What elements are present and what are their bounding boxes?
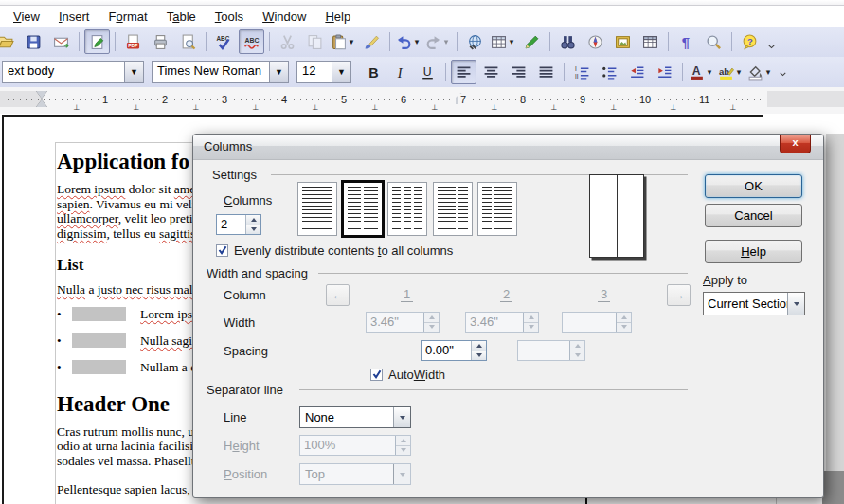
apply-to-dropdown[interactable]: Current Section	[703, 292, 805, 315]
chevron-down-icon[interactable]: ▾	[705, 67, 714, 77]
undo-button[interactable]: ▾	[395, 29, 422, 54]
cancel-button[interactable]: Cancel	[705, 204, 802, 227]
chevron-down-icon[interactable]	[393, 407, 410, 427]
autospellcheck-button[interactable]: ABC	[239, 29, 264, 54]
bullet-list-button[interactable]	[597, 60, 622, 84]
next-column-button[interactable]: →	[667, 284, 691, 306]
preset-one-column[interactable]	[297, 182, 337, 236]
toolbar-overflow-icon	[766, 41, 777, 51]
chevron-down-icon[interactable]: ▾	[734, 67, 744, 77]
font-name-combo[interactable]: Times New Roman ▼	[152, 61, 289, 83]
mail-button[interactable]	[48, 29, 74, 54]
edit-file-button[interactable]	[84, 29, 110, 54]
dialog-titlebar[interactable]: Columns x	[193, 135, 823, 160]
open-button[interactable]	[0, 29, 19, 54]
gallery-icon	[615, 34, 631, 50]
chevron-down-icon[interactable]: ▾	[347, 37, 356, 46]
bold-button[interactable]: B	[360, 60, 386, 84]
bg-color-button[interactable]: ▾	[746, 60, 774, 84]
chevron-down-icon[interactable]: ▾	[763, 67, 773, 77]
numbered-list-button[interactable]: III	[569, 60, 595, 84]
chevron-down-icon[interactable]: ▾	[507, 37, 516, 46]
format-paintbrush-button[interactable]	[359, 29, 385, 54]
decrease-indent-button[interactable]	[624, 60, 650, 84]
page-preview-button[interactable]	[175, 29, 201, 54]
apply-to-value[interactable]: Current Section	[704, 293, 787, 315]
print-button[interactable]	[148, 29, 173, 54]
align-center-button[interactable]	[478, 60, 504, 84]
horizontal-ruler[interactable]: 1234567891011⊥⊥⊥⊥⊥⊥⊥⊥⊥⊥⊥⊥	[0, 87, 844, 115]
spacing-1-value[interactable]: 0.00"	[422, 341, 471, 360]
line-style-value[interactable]: None	[300, 407, 393, 427]
spellcheck-button[interactable]: ABC	[211, 29, 237, 54]
chevron-down-icon[interactable]	[787, 293, 804, 315]
preset-right-weighted[interactable]	[477, 182, 517, 236]
font-size-combo[interactable]: 12 ▼	[296, 61, 351, 83]
underline-button[interactable]: U	[415, 60, 440, 84]
table-button[interactable]: ▾	[490, 29, 517, 54]
svg-text:II: II	[575, 72, 579, 79]
line-style-dropdown[interactable]: None	[299, 406, 411, 428]
columns-count-value[interactable]: 2	[217, 215, 245, 234]
help-button[interactable]: Help	[705, 240, 802, 263]
align-right-button[interactable]	[506, 60, 531, 84]
increase-indent-button[interactable]	[652, 60, 677, 84]
distribute-checkbox[interactable]	[216, 244, 228, 257]
chevron-down-icon[interactable]: ▼	[269, 62, 288, 82]
menu-view[interactable]: View	[4, 8, 49, 26]
chevron-down-icon[interactable]: ▼	[332, 62, 350, 82]
align-justify-button[interactable]	[533, 60, 559, 84]
menu-insert[interactable]: Insert	[49, 8, 99, 26]
paragraph-style-combo[interactable]: ext body ▼	[2, 61, 144, 83]
hyperlink-button[interactable]	[462, 29, 488, 54]
formatting-marks-button[interactable]: ¶	[673, 29, 699, 54]
font-size-value[interactable]: 12	[297, 62, 332, 82]
paste-button[interactable]: ▾	[330, 29, 357, 54]
menu-tools[interactable]: Tools	[206, 8, 253, 26]
zoom-button[interactable]	[701, 29, 727, 54]
spacing-1-spinner[interactable]: 0.00"	[421, 340, 487, 361]
spin-down-icon[interactable]	[472, 351, 486, 361]
columns-count-spinner[interactable]: 2	[216, 214, 261, 235]
find-replace-button[interactable]	[555, 29, 581, 54]
draw-functions-button[interactable]	[519, 29, 545, 54]
previous-column-button[interactable]: ←	[326, 284, 350, 306]
menu-help[interactable]: Help	[315, 8, 360, 26]
ruler-number-5: 5	[338, 94, 350, 105]
menu-format[interactable]: Format	[99, 8, 156, 26]
autowidth-checkbox[interactable]	[370, 369, 383, 381]
font-name-value[interactable]: Times New Roman	[153, 62, 269, 82]
highlight-button[interactable]: ab▾	[717, 60, 745, 84]
help-button[interactable]: ?	[737, 29, 763, 54]
autowidth-checkbox-label[interactable]: AutoWidth	[388, 368, 445, 382]
navigator-button[interactable]	[583, 29, 608, 54]
menu-table[interactable]: Table	[157, 8, 206, 26]
spin-up-icon[interactable]	[472, 341, 486, 351]
toolbar-overflow-button[interactable]	[764, 36, 779, 55]
toolbar-overflow-button[interactable]	[776, 63, 790, 82]
close-icon[interactable]: x	[780, 135, 811, 153]
chevron-down-icon[interactable]: ▼	[124, 62, 143, 82]
preset-two-columns[interactable]	[341, 180, 385, 238]
paragraph-style-value[interactable]: ext body	[3, 62, 124, 82]
ok-button[interactable]: OK	[705, 174, 802, 198]
export-pdf-button[interactable]: PDF	[120, 29, 146, 54]
chevron-down-icon[interactable]: ▾	[412, 37, 422, 46]
gallery-button[interactable]	[610, 29, 636, 54]
menu-window[interactable]: Window	[253, 8, 315, 26]
align-justify-icon	[538, 64, 554, 81]
spin-up-icon[interactable]	[246, 215, 260, 225]
preset-left-weighted[interactable]	[433, 182, 473, 236]
ruler-number-1: 1	[99, 94, 111, 105]
formatting-marks-icon: ¶	[678, 34, 694, 50]
data-sources-button[interactable]	[637, 29, 663, 54]
font-color-button[interactable]: A▾	[688, 60, 715, 84]
distribute-checkbox-label[interactable]: Evenly distribute contents to all column…	[234, 243, 453, 258]
save-button[interactable]	[21, 29, 46, 54]
spin-down-icon[interactable]	[246, 225, 260, 235]
preset-three-columns[interactable]	[387, 182, 427, 236]
align-left-button[interactable]	[451, 60, 476, 84]
ruler-tab-mark: ⊥	[313, 103, 319, 112]
italic-button[interactable]: I	[387, 60, 413, 84]
toolbar-separator	[564, 63, 565, 81]
